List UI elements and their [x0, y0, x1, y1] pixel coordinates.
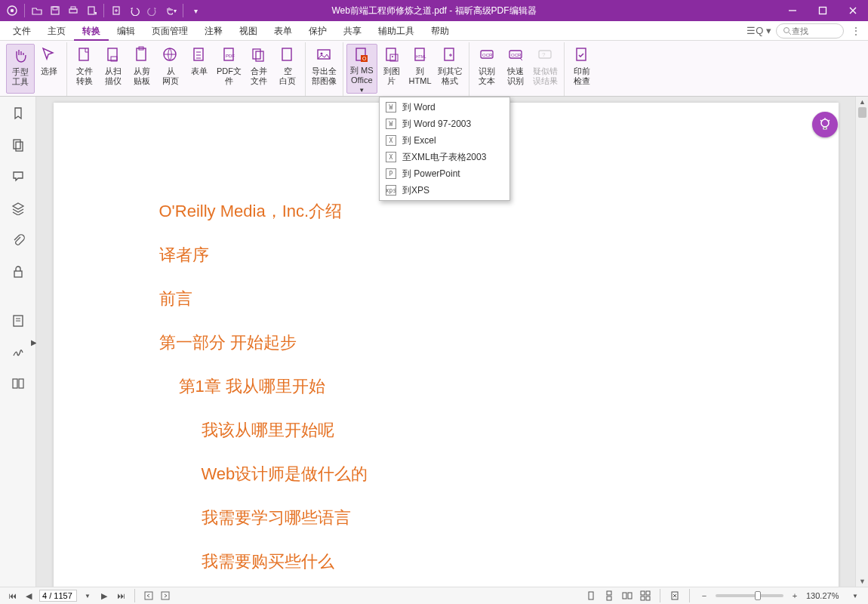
scroll-down-icon[interactable]: ▼: [856, 576, 868, 587]
redo-icon[interactable]: [146, 5, 159, 17]
from-clipboard-button[interactable]: 从剪 贴板: [128, 44, 156, 94]
form-button[interactable]: 表单: [185, 44, 214, 94]
prev-page-button[interactable]: ◀: [23, 590, 35, 602]
suspect-results-button: ?疑似错 误结果: [530, 44, 561, 94]
tab-share[interactable]: 共享: [335, 21, 370, 41]
svg-rect-50: [589, 592, 593, 599]
options-icon[interactable]: ☰Q ▾: [746, 25, 771, 36]
zoom-in-button[interactable]: +: [788, 590, 802, 602]
back-view-button[interactable]: [143, 590, 155, 602]
continuous-view-button[interactable]: [602, 590, 616, 602]
open-icon[interactable]: [31, 5, 43, 17]
attachments-panel-icon[interactable]: [9, 231, 27, 249]
compare-panel-icon[interactable]: [9, 374, 27, 393]
continuous-facing-view-button[interactable]: [639, 590, 652, 602]
tab-edit[interactable]: 编辑: [109, 21, 143, 41]
to-xml2003-item[interactable]: X至XML电子表格2003: [380, 149, 509, 165]
to-html-button[interactable]: HTML到 HTML: [406, 44, 435, 94]
tab-convert[interactable]: 转换: [74, 21, 109, 41]
tab-view[interactable]: 视图: [231, 21, 266, 41]
to-excel-item[interactable]: X到 Excel: [380, 132, 509, 149]
toc-line: 我需要购买些什么: [202, 551, 748, 572]
first-page-button[interactable]: ⏮: [6, 590, 18, 602]
security-panel-icon[interactable]: [9, 263, 27, 281]
select-tool-button[interactable]: 选择: [35, 44, 63, 94]
fit-page-button[interactable]: [668, 590, 682, 602]
comments-panel-icon[interactable]: [9, 168, 27, 186]
last-page-button[interactable]: ⏭: [115, 590, 127, 602]
svg-rect-54: [628, 593, 632, 599]
more-icon[interactable]: ⋮: [848, 26, 863, 36]
scroll-thumb[interactable]: [858, 107, 866, 118]
help-bulb-button[interactable]: [812, 112, 838, 137]
zoom-out-button[interactable]: −: [697, 590, 711, 602]
next-page-button[interactable]: ▶: [98, 590, 110, 602]
tab-help[interactable]: 帮助: [423, 21, 457, 41]
new-doc-icon[interactable]: ▾: [85, 5, 97, 17]
tab-page-manage[interactable]: 页面管理: [143, 21, 196, 41]
to-xps-item[interactable]: xps到XPS: [380, 182, 509, 199]
to-image-button[interactable]: 到图 片: [377, 44, 406, 94]
fields-panel-icon[interactable]: [9, 311, 27, 329]
tab-file[interactable]: 文件: [5, 21, 39, 41]
search-box[interactable]: [776, 23, 844, 39]
from-web-button[interactable]: 从 网页: [156, 44, 185, 94]
zoom-slider[interactable]: [716, 594, 783, 597]
to-ms-office-button[interactable]: O到 MS Office▼: [346, 44, 377, 94]
vertical-scrollbar[interactable]: ▲ ▼: [855, 97, 868, 587]
svg-rect-3: [53, 7, 57, 10]
excel-icon: X: [386, 152, 396, 162]
single-page-view-button[interactable]: [584, 590, 598, 602]
svg-text:▾: ▾: [94, 10, 97, 16]
new-page-icon[interactable]: [110, 5, 122, 17]
export-all-images-button[interactable]: 导出全 部图像: [309, 44, 340, 94]
tab-form[interactable]: 表单: [266, 21, 300, 41]
tab-protect[interactable]: 保护: [300, 21, 335, 41]
page-number-input[interactable]: [39, 590, 77, 602]
quick-ocr-button[interactable]: OCR快速 识别: [501, 44, 530, 94]
facing-view-button[interactable]: [620, 590, 634, 602]
zoom-slider-knob[interactable]: [755, 591, 761, 600]
scroll-up-icon[interactable]: ▲: [856, 97, 868, 107]
blank-page-button[interactable]: 空 白页: [273, 44, 302, 94]
ocr-text-button[interactable]: OCR识别 文本: [472, 44, 501, 94]
to-word97-item[interactable]: W到 Word 97-2003: [380, 116, 509, 132]
toc-line: 第1章 我从哪里开始: [179, 376, 748, 397]
hand-tool-button[interactable]: 手型 工具: [6, 44, 35, 94]
dropdown-page-button[interactable]: ▼: [82, 590, 94, 602]
bookmark-panel-icon[interactable]: [9, 104, 27, 122]
zoom-dropdown-button[interactable]: ▼: [848, 590, 862, 602]
search-input[interactable]: [792, 26, 837, 35]
save-icon[interactable]: [49, 5, 61, 17]
from-scanner-button[interactable]: 从扫 描仪: [99, 44, 128, 94]
svg-rect-52: [607, 596, 611, 600]
signature-panel-icon[interactable]: [9, 343, 27, 361]
undo-icon[interactable]: [128, 5, 140, 17]
merge-files-button[interactable]: 合并 文件: [245, 44, 273, 94]
tab-aux-tools[interactable]: 辅助工具: [370, 21, 423, 41]
forward-view-button[interactable]: [159, 590, 171, 602]
svg-rect-17: [194, 48, 203, 60]
pages-panel-icon[interactable]: [9, 136, 27, 154]
word-icon: W: [386, 102, 396, 112]
file-convert-button[interactable]: 文件 转换: [70, 44, 99, 94]
to-ms-office-dropdown: W到 Word W到 Word 97-2003 X到 Excel X至XML电子…: [379, 97, 510, 201]
search-icon: [783, 26, 792, 35]
svg-rect-55: [641, 591, 645, 595]
layers-panel-icon[interactable]: [9, 199, 27, 217]
tab-comment[interactable]: 注释: [196, 21, 231, 41]
to-word-item[interactable]: W到 Word: [380, 99, 509, 116]
tab-home[interactable]: 主页: [39, 21, 74, 41]
to-other-format-button[interactable]: 到其它 格式: [435, 44, 466, 94]
qat-customize-icon[interactable]: ▾: [189, 5, 202, 17]
prepress-check-button[interactable]: 印前 检查: [568, 44, 596, 94]
word-icon: W: [386, 119, 396, 129]
minimize-button[interactable]: [777, 0, 808, 21]
pdf-file-button[interactable]: PDFPDF文 件: [214, 44, 245, 94]
hand-qat-icon[interactable]: ▾: [165, 5, 177, 17]
maximize-button[interactable]: [808, 0, 838, 21]
svg-rect-46: [19, 379, 23, 388]
print-icon[interactable]: [67, 5, 79, 17]
to-powerpoint-item[interactable]: P到 PowerPoint: [380, 165, 509, 182]
close-button[interactable]: [838, 0, 868, 21]
